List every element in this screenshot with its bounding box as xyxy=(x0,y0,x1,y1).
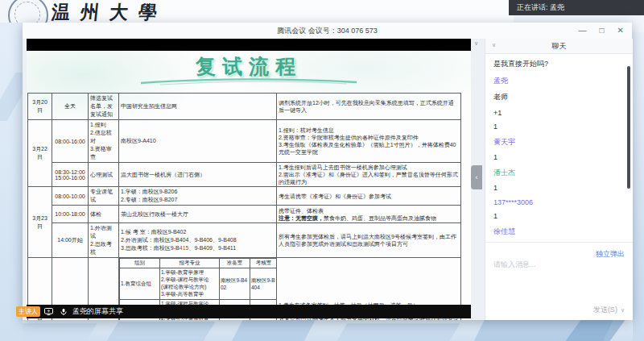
prep-room-cell: 南校区9-B402 xyxy=(220,268,250,300)
location-cell: 茶山北校区行政楼一楼大厅 xyxy=(119,206,277,223)
chevron-down-icon[interactable]: ∨ xyxy=(492,42,496,48)
date-cell: 3月20日 xyxy=(28,94,52,120)
chat-message: 是我直接开始吗? xyxy=(493,59,625,69)
table-row: 3月22日 08:00-16:00 1.报到 2.信息核对 3.资格审查 南校区… xyxy=(28,120,461,163)
window-titlebar: 腾讯会议 会议号：304 076 573 — □ ✕ xyxy=(23,23,632,40)
minimize-button[interactable]: — xyxy=(579,23,587,39)
share-status-bar: 主讲人 xyxy=(27,305,471,318)
note-cell: 1.考生报到后请马上去图书馆一楼机房参加心理测试 2.需出示《准考证》和《身份证… xyxy=(277,163,461,187)
time-cell: 08:00-10:00 xyxy=(52,187,89,206)
shared-screen-content: 复试流程 3月20日 全天 筛选复试名单，发复试通知 中国研究生招生信息网 调剂… xyxy=(27,51,471,320)
screen-share-icon xyxy=(44,308,53,315)
video-thumbnails-strip-redacted xyxy=(27,39,471,51)
highlighted-room-number: 415 xyxy=(180,245,189,251)
window-title: 腾讯会议 会议号：304 076 573 xyxy=(23,23,632,39)
screen-share-area: 复试流程 3月20日 全天 筛选复试名单，发复试通知 中国研究生招生信息网 调剂… xyxy=(27,39,471,320)
note-cell: 1.报到：核对考生信息 2.资格审查：学院审核考生提供的各种证件原件及复印件 3… xyxy=(277,120,461,163)
date-cell: 3月22日 xyxy=(28,120,52,187)
presenter-badge: 主讲人 xyxy=(16,306,40,317)
close-button[interactable]: ✕ xyxy=(617,23,624,39)
popout-link[interactable]: 独立弹出 xyxy=(596,250,625,258)
send-button[interactable]: 发送(S) xyxy=(593,306,617,314)
chat-message: 老师 xyxy=(493,92,625,102)
chat-message: 1 xyxy=(493,212,625,220)
document-title: 复试流程 xyxy=(27,53,471,80)
chat-title: 聊天 xyxy=(485,39,633,53)
date-cell: 3月23日 xyxy=(28,187,52,258)
maximize-button[interactable]: □ xyxy=(600,23,605,39)
table-row: 1.教育综合组 1.学硕-教育学原理 2.学硕-课程与教学论 (课程论教学论方向… xyxy=(120,268,277,300)
chat-sender-name: 徐佳慧 xyxy=(493,227,625,237)
note-cell: 考生请携带《准考证》和《身份证》参加考试 xyxy=(277,187,461,206)
table-row: 14:00开始 1.外语测试 2.思政考核 1.候 考 室：南校区9-B402 … xyxy=(28,223,461,258)
time-cell: 14:00开始 xyxy=(52,223,89,258)
chat-message: 1 xyxy=(493,153,625,161)
time-cell: 全天 xyxy=(52,94,89,120)
chat-sender-name: 潘士杰 xyxy=(493,168,625,178)
tencent-meeting-window: 腾讯会议 会议号：304 076 573 — □ ✕ 复试流程 xyxy=(23,23,632,320)
note-cell: 携带证件、体检表 注意：无需空腹，禁食牛奶、鸡蛋、豆制品等高蛋白及油腻食物 xyxy=(277,206,461,223)
item-cell: 心理测试 xyxy=(89,163,119,187)
desktop: 温州大學 正在讲话: 孟尧 腾讯会议 会议号：304 076 573 — □ ✕… xyxy=(0,0,644,341)
item-cell: 1.报到 2.信息核对 3.资格审查 xyxy=(89,120,119,163)
table-row: 3月23日 08:00-10:00 专业课笔试 1.学硕：南校区9-B206 2… xyxy=(28,187,461,206)
background-right-edge xyxy=(633,32,644,341)
popout-row: 独立弹出 xyxy=(485,243,633,258)
microphone-icon xyxy=(60,308,68,316)
share-label: 孟尧的屏幕共享 xyxy=(72,306,123,317)
speaking-indicator-text: 正在讲话: 孟尧 xyxy=(517,3,564,11)
title-underline-swoosh xyxy=(136,77,361,85)
location-cell: 南校区9-A410 xyxy=(119,120,277,163)
time-cell: 08:00-16:00 xyxy=(52,120,89,163)
chevron-down-icon[interactable]: ∨ xyxy=(474,40,478,47)
chat-input[interactable] xyxy=(485,258,633,298)
chat-message: +1 xyxy=(493,109,625,117)
background-shape xyxy=(232,319,316,341)
chat-header: ∨ 聊天 xyxy=(485,39,633,54)
column-header: 报考专业 xyxy=(160,259,220,268)
major-cell: 1.学硕-教育学原理 2.学硕-课程与教学论 (课程论教学论方向) 3.学硕-高… xyxy=(160,268,220,300)
item-cell: 1.外语测试 2.思政考核 xyxy=(89,223,119,258)
chat-sender-name: 137****3006 xyxy=(493,198,625,206)
group-cell: 1.教育综合组 xyxy=(120,268,160,300)
chat-compose-area: 独立弹出 发送(S)∨ xyxy=(485,242,633,320)
chat-message: 1 xyxy=(493,123,625,131)
send-row: 发送(S)∨ xyxy=(593,305,625,315)
note-line: 注意：无需空腹，禁食牛奶、鸡蛋、豆制品等高蛋白及油腻食物 xyxy=(279,214,459,222)
background-left-edge xyxy=(0,23,23,341)
table-header-row: 组别 报考专业 准备室 考核室 xyxy=(120,259,277,268)
chat-message: 1 xyxy=(493,184,625,192)
note-line: 携带证件、体检表 xyxy=(279,207,459,214)
window-controls: — □ ✕ xyxy=(579,23,624,39)
item-cell: 体检 xyxy=(89,206,119,223)
background-shape xyxy=(337,323,460,341)
chat-sender-name: 孟尧 xyxy=(493,76,625,86)
table-row: 08:30-12:00 15:00-16:00 心理测试 温大图书馆一楼机房（进… xyxy=(28,163,461,187)
column-header: 准备室 xyxy=(220,259,250,268)
chat-message-list: 是我直接开始吗? 孟尧 老师 +1 1 黄天宇 1 潘士杰 1 137****3… xyxy=(485,53,633,243)
item-cell: 筛选复试名单，发复试通知 xyxy=(89,94,119,120)
chat-scrollbar[interactable] xyxy=(627,66,630,189)
note-cell: 所有考生参加完体检后，请马上到温大南校区9号楼候考室签到，由工作人员指引参加完成… xyxy=(277,223,461,258)
table-row: 10:00-18:00 体检 茶山北校区行政楼一楼大厅 携带证件、体检表 注意：… xyxy=(28,206,461,223)
table-row: 3月20日 全天 筛选复试名单，发复试通知 中国研究生招生信息网 调剂系统开放1… xyxy=(28,94,461,120)
location-cell: 1.候 考 室：南校区9-B402 2.外语测试：南校区9-B404、9-B40… xyxy=(119,223,277,258)
item-cell: 专业课笔试 xyxy=(89,187,119,206)
exam-schedule-table: 3月20日 全天 筛选复试名单，发复试通知 中国研究生招生信息网 调剂系统开放1… xyxy=(27,93,461,320)
column-header: 考核室 xyxy=(250,259,277,268)
location-cell: 温大图书馆一楼机房（进门右侧） xyxy=(119,163,277,187)
university-name-calligraphy: 温州大學 xyxy=(50,0,168,25)
chat-sender-name: 黄天宇 xyxy=(493,137,625,148)
speaking-indicator-toast: 正在讲话: 孟尧 xyxy=(509,0,644,15)
chevron-down-icon[interactable]: ∨ xyxy=(621,307,625,313)
panel-collapse-handle[interactable]: ‹ xyxy=(471,165,482,189)
exam-room-cell: 南校区9-B404 xyxy=(250,268,277,300)
background-shape xyxy=(107,322,216,341)
location-cell: 中国研究生招生信息网 xyxy=(119,94,277,120)
column-header: 组别 xyxy=(120,259,160,268)
window-body: 复试流程 3月20日 全天 筛选复试名单，发复试通知 中国研究生招生信息网 调剂… xyxy=(23,39,632,320)
time-cell: 08:30-12:00 15:00-16:00 xyxy=(52,163,89,187)
location-cell: 1.学硕：南校区9-B206 2.专硕：南校区9-B207 xyxy=(119,187,277,206)
time-cell: 10:00-18:00 xyxy=(52,206,89,223)
note-cell: 调剂系统开放12小时，可先在我校意向采集系统里填写，正式系统开通后一键导入 xyxy=(277,94,461,120)
